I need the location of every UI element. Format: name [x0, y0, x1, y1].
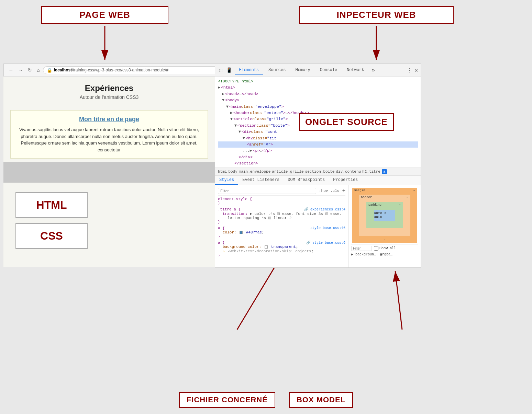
device-icon[interactable]: 📱 [225, 67, 233, 74]
css-prop-color: color: #437fae; [218, 230, 345, 234]
css-box: CSS [15, 223, 88, 249]
box-prop-bg: ▶ backgroun… [351, 253, 376, 256]
inspect-icon[interactable]: ⬚ [218, 67, 223, 74]
bottom-annotation-labels: FICHIER CONCERNÉ BOX MODEL [0, 392, 532, 408]
more-tabs-btn[interactable]: » [370, 67, 377, 73]
css-transition-cont: letter-spacing 4s linear 2 [218, 216, 345, 220]
tab-memory[interactable]: Memory [291, 66, 314, 75]
ease-swatch [277, 212, 280, 215]
html-line-section-close: </section> [218, 160, 418, 166]
webpage-card-title[interactable]: Mon titre en de page [18, 116, 201, 123]
breadcrumb-article[interactable]: article.grille [272, 170, 303, 174]
html-line-div-close: </div> [218, 154, 418, 160]
address-url: localhost/training-css/wp-3-plus-exo/css… [54, 68, 168, 72]
devtools-panel: ⬚ 📱 Elements Sources Memory Console Netw… [215, 64, 421, 268]
css-prop-transition: transition: ▶ color .4s ease, font-size … [218, 211, 345, 216]
css-source-experiences[interactable]: 🔗 experiences.css:4 [304, 207, 345, 211]
subtab-dom-breakpoints[interactable]: DOM Breakpoints [284, 176, 329, 185]
devtools-css-rules: :hov .cls + element.style { } .titre a {… [215, 185, 348, 267]
devtools-toolbar: ⬚ 📱 Elements Sources Memory Console Netw… [215, 64, 421, 77]
show-all-checkbox[interactable] [374, 246, 378, 251]
webpage-card-body: Vivamus sagittis lacus vel augue laoreet… [18, 126, 201, 153]
tab-console[interactable]: Console [316, 66, 341, 75]
webpage-lower [3, 162, 215, 183]
webpage-subtitle: Autour de l'animation CSS3 [10, 94, 208, 100]
reload-btn[interactable]: ↻ [26, 67, 33, 73]
padding-label: padding [368, 203, 381, 207]
html-label: HTML [36, 199, 67, 211]
onglet-source-text: ONGLET SOURCE [305, 117, 388, 127]
html-line-a[interactable]: <a href="#"> [218, 141, 418, 148]
ease-swatch2 [325, 212, 328, 215]
html-line-h2: ▼ <h2 class="tit [218, 135, 418, 141]
css-source-style-base-46[interactable]: style-base.css:46 [310, 226, 345, 230]
padding-val: – [399, 203, 401, 207]
breadcrumb-section[interactable]: section.boite [305, 170, 335, 174]
border-val: – [407, 196, 408, 199]
css-filter-input[interactable] [218, 188, 316, 194]
css-selector-a2: a { [218, 241, 225, 245]
box-model-annotation-box: BOX MODEL [289, 392, 353, 408]
subtab-properties[interactable]: Properties [329, 176, 362, 185]
subtab-styles[interactable]: Styles [215, 176, 238, 185]
warning-icon: ⚠ [223, 249, 225, 253]
color-swatch-transparent [265, 245, 268, 249]
css-add-rule-btn[interactable]: + [342, 188, 345, 194]
box-model-annotation-text: BOX MODEL [297, 395, 345, 404]
webpage-title: Expériences [10, 83, 208, 93]
breadcrumb-a[interactable]: a [382, 169, 387, 174]
devtools-more-btn[interactable]: ⋮ [407, 67, 412, 74]
breadcrumb-h2[interactable]: h2.titre [362, 170, 380, 174]
css-block-element-style: element.style { } [218, 197, 345, 205]
fichier-concerne-box: FICHIER CONCERNÉ [179, 392, 275, 408]
tab-sources[interactable]: Sources [264, 66, 290, 75]
breadcrumb-body[interactable]: body [228, 170, 237, 174]
webpage-card: Mon titre en de page Vivamus sagittis la… [10, 110, 208, 159]
margin-label: margin [354, 189, 365, 192]
subtab-event-listeners[interactable]: Event Listeners [238, 176, 284, 185]
page-web-label: PAGE WEB [41, 6, 168, 24]
linear-swatch [268, 217, 271, 219]
devtools-subtabs: Styles Event Listeners DOM Breakpoints P… [215, 176, 421, 185]
color-swatch-blue [240, 231, 243, 234]
back-btn[interactable]: ← [7, 67, 15, 73]
devtools-close-btn[interactable]: ✕ [414, 67, 418, 74]
css-filter-bar: :hov .cls + [218, 186, 345, 196]
show-all-label: Show all [374, 246, 396, 251]
css-prop-bg-color: background-color: transparent; [218, 245, 345, 249]
forward-btn[interactable]: → [17, 67, 24, 73]
box-content-layer: auto × auto [374, 210, 395, 221]
webpage-header: Expériences Autour de l'animation CSS3 [3, 77, 215, 107]
tab-network[interactable]: Network [343, 66, 368, 75]
css-pseudo-filter[interactable]: :hov .cls [319, 189, 339, 193]
box-val-rgba: ▣rgba… [380, 253, 392, 256]
fichier-concerne-text: FICHIER CONCERNÉ [187, 395, 268, 404]
css-source-style-base-6[interactable]: 🔗 style-base.css:6 [306, 241, 345, 245]
border-label: border [361, 196, 372, 199]
css-prop-webkit: ⚠ -webkit-text-decoration-skip: objects; [218, 249, 345, 253]
css-block-a-color: a { style-base.css:46 color: #437fae; } [218, 226, 345, 239]
css-selector-a: a { [218, 226, 225, 230]
css-label: CSS [40, 230, 63, 242]
page-web-text: PAGE WEB [79, 10, 130, 20]
home-btn[interactable]: ⌂ [35, 67, 41, 73]
onglet-source-label: ONGLET SOURCE [299, 113, 394, 131]
margin-val-top: – [413, 189, 415, 192]
inspecteur-label: INPECTEUR WEB [299, 6, 454, 24]
breadcrumb-main[interactable]: main.enveloppe [239, 170, 270, 174]
breadcrumb-html[interactable]: html [218, 170, 227, 174]
devtools-bottom: :hov .cls + element.style { } .titre a {… [215, 185, 421, 267]
box-model-diagram: margin – – border – padding – auto × aut… [352, 188, 417, 243]
inspecteur-text: INPECTEUR WEB [336, 10, 416, 20]
html-line-doctype: <!DOCTYPE html> [218, 78, 418, 84]
box-filter-input[interactable] [351, 246, 372, 251]
margin-val-bottom: – [384, 238, 385, 242]
html-line-main: ▼ <main class="enveloppe"> [218, 104, 418, 110]
tab-elements[interactable]: Elements [235, 66, 263, 75]
breadcrumb-div[interactable]: div.contenu [336, 170, 361, 174]
html-line-body: ▼ <body> [218, 97, 418, 103]
css-selector-element: element.style { [218, 197, 252, 201]
devtools-breadcrumb: html body main.enveloppe article.grille … [215, 168, 421, 176]
css-selector-titre-a: .titre a { [218, 207, 241, 211]
box-prop-row: ▶ backgroun… ▣rgba… [351, 252, 418, 256]
